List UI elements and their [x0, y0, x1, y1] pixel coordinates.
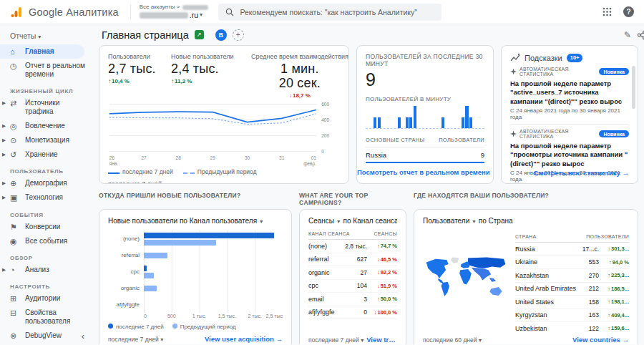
date-range-selector[interactable]: последние 7 дней ▾: [308, 336, 364, 344]
sidebar-item-realtime[interactable]: ◷ Отчет в реальном времени: [0, 59, 93, 82]
dimension-selector[interactable]: Страна: [489, 217, 513, 225]
bar-row[interactable]: (none): [108, 230, 283, 247]
date-range-selector[interactable]: последние 60 дней ▾: [423, 336, 482, 344]
scrollbar-thumb[interactable]: [632, 66, 635, 109]
view-user-acquisition-link[interactable]: View user acquisition →: [205, 335, 283, 343]
x-tick-label: 01февр.: [303, 155, 316, 167]
bar-row[interactable]: organic: [108, 280, 283, 296]
sidebar-item-monetization[interactable]: ▶ ⊙ Монетизация: [0, 133, 93, 147]
bar-row[interactable]: afjfyfggfe: [108, 296, 283, 313]
metric-delta: ↑11,2 %: [171, 78, 247, 84]
table-row[interactable]: United Arab Emirates212↑186,5...: [515, 283, 629, 296]
sidebar-item-audiences[interactable]: ⊞ Аудитории: [0, 291, 93, 306]
main-content: Главная страница ↗ B + ✎: [93, 24, 644, 344]
map-australia[interactable]: [489, 287, 502, 296]
table-row[interactable]: Russia 9: [366, 147, 484, 163]
trend-arrow-icon: ↑: [608, 312, 610, 319]
date-range-selector[interactable]: последние 7 дней ▾: [108, 336, 163, 343]
chevron-down-icon[interactable]: ▼: [336, 219, 341, 224]
ga-logo[interactable]: Google Аналитика: [10, 6, 119, 19]
table-row[interactable]: Russia17...с.↑301,3...: [515, 243, 629, 256]
bar-row[interactable]: referral: [108, 247, 283, 263]
sidebar-item-acquisition[interactable]: ▶ ⇄ Источники трафика: [0, 96, 93, 119]
top-countries-header: ОСНОВНЫЕ СТРАНЫ: [366, 137, 424, 143]
map-africa[interactable]: [459, 269, 472, 284]
trend-arrow-icon: ↓: [289, 92, 292, 99]
metric-new-users[interactable]: Новые пользователи 2,4 тыс. ↑11,2 %: [171, 53, 247, 99]
trend-arrow-icon: ↓: [377, 256, 380, 263]
y-tick-label: 0: [321, 148, 324, 153]
comparison-badge[interactable]: B: [215, 29, 227, 41]
sidebar-item-user-properties[interactable]: ⊟ Свойства пользователя: [0, 306, 93, 329]
metric-selector[interactable]: Новые пользователи: [108, 217, 177, 225]
sidebar-item-demographics[interactable]: ▶ ⊕ Демография: [0, 176, 93, 190]
table-row[interactable]: (none)2,8 тыс.↑74,7 %: [308, 240, 397, 253]
insight-item[interactable]: АВТОМАТИЧЕСКАЯ СТАТИСТИКА Новинка На про…: [510, 62, 629, 125]
bar-row[interactable]: cpc: [108, 263, 283, 280]
metric-selector[interactable]: Сеансы: [308, 217, 334, 225]
sidebar-item-retention[interactable]: ▶ ↺ Хранение: [0, 147, 93, 162]
map-north-america[interactable]: [426, 258, 449, 278]
add-comparison-button[interactable]: +: [233, 29, 244, 41]
chevron-down-icon[interactable]: ▼: [259, 219, 264, 224]
table-row[interactable]: referral627↓46,5 %: [308, 253, 397, 267]
metric-users[interactable]: Пользователи 2,7 тыс. ↑10,4 %: [108, 53, 167, 99]
sidebar-item-home[interactable]: ⌂ Главная: [0, 44, 84, 59]
x-tick-label: 29: [210, 155, 216, 160]
table-row[interactable]: email3↑50,0 %: [308, 293, 397, 306]
sidebar: Отчеты ▾ ⌂ Главная ◷ Отчет в реальном вр…: [0, 24, 93, 344]
customize-report-icon[interactable]: ✎: [624, 30, 631, 40]
share-icon[interactable]: [637, 30, 644, 40]
date-range-selector[interactable]: последние 7 дней ▾: [108, 180, 340, 184]
sidebar-item-tech[interactable]: ▶ ▣ Технология: [0, 190, 93, 205]
search-placeholder: Рекомендуем поискать: "как настроить Ана…: [240, 8, 417, 16]
table-row[interactable]: afjfyfggfe0↓100,0 %: [308, 306, 397, 320]
bar-previous: [144, 253, 167, 258]
acquisition-bar-chart: (none)referralcpcorganicafjfyfggfe: [108, 230, 283, 313]
minute-bar: [441, 117, 444, 129]
collapse-sidebar-button[interactable]: ‹: [82, 331, 84, 341]
table-row[interactable]: Kazakhstan270↑225,3...: [515, 269, 629, 283]
sidebar-item-analysis[interactable]: ▶ ◔ Анализ: [0, 263, 93, 277]
account-name-redacted: [182, 5, 208, 10]
apps-grid-icon[interactable]: [602, 7, 612, 16]
table-row[interactable]: United States158↑198,1...: [515, 296, 629, 309]
metric-selector[interactable]: Пользователи: [423, 217, 469, 225]
view-realtime-link[interactable]: Посмотреть отчет в реальном времени →: [357, 168, 493, 176]
search-bar[interactable]: Рекомендуем поискать: "как настроить Ана…: [218, 4, 441, 21]
sidebar-item-conversions[interactable]: ⚑ Конверсии: [0, 220, 93, 234]
map-asia[interactable]: [472, 267, 491, 280]
insights-count-badge: 10+: [567, 54, 583, 62]
trend-arrow-icon: ↑: [608, 286, 610, 292]
map-russia[interactable]: [468, 257, 505, 268]
audiences-icon: ⊞: [10, 294, 19, 303]
help-icon[interactable]: ?: [623, 6, 634, 17]
trend-arrow-icon: ↑: [377, 243, 380, 249]
trend-arrow-icon: ↑: [377, 296, 380, 302]
metric-avg-engagement-time[interactable]: Среднее время взаимодействия 1 мин. 20 с…: [251, 53, 348, 99]
bar-category-label: organic: [108, 285, 144, 291]
table-row[interactable]: Kyrgyzstan163↑409,4...: [515, 309, 629, 323]
chevron-down-icon[interactable]: ▼: [472, 219, 477, 224]
map-south-america[interactable]: [441, 281, 449, 296]
account-switcher[interactable]: Все аккаунты > .ru▾: [130, 4, 209, 19]
view-countries-link[interactable]: View countries →: [572, 336, 629, 344]
sessions-column-header: СЕАНСЫ: [374, 231, 397, 236]
report-file-icon: ↗: [195, 30, 204, 39]
sidebar-item-all-events[interactable]: ◉ Все события: [0, 234, 93, 248]
users-header: ПОЛЬЗОВАТЕЛИ: [439, 137, 484, 143]
expand-chevron-icon: ▶: [2, 152, 6, 157]
map-greenland: [451, 257, 459, 263]
view-all-insights-link[interactable]: Смотреть всю статистику →: [534, 169, 629, 177]
reports-dropdown[interactable]: Отчеты ▾: [0, 26, 93, 44]
view-traffic-acquisition-link[interactable]: View traffic acq... →: [366, 336, 397, 344]
sidebar-section-user: ПОЛЬЗОВАТЕЛЬ: [0, 162, 93, 176]
sidebar-item-debugview[interactable]: ⊗ DebugView: [0, 329, 93, 343]
table-row[interactable]: Ukraine553↑94,0 %: [515, 256, 629, 270]
table-row[interactable]: cpc104↓51,9 %: [308, 280, 397, 293]
table-row[interactable]: organic27↓92,2 %: [308, 266, 397, 280]
table-row[interactable]: Uzbekistan122↑159,6...: [515, 322, 629, 335]
overview-line-chart-svg: 020040060026янв.272829303101февр.: [108, 100, 340, 167]
page-toolbar: Главная страница ↗ B + ✎: [93, 24, 644, 44]
sidebar-item-engagement[interactable]: ▶ ◎ Вовлечение: [0, 119, 93, 133]
